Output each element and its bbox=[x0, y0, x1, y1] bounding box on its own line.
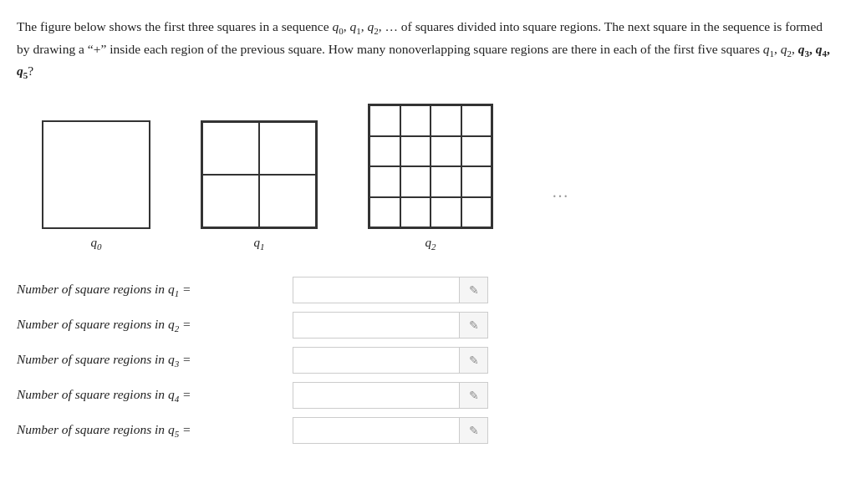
figure-q2: q2 bbox=[368, 104, 493, 252]
square-q0-diagram bbox=[42, 120, 150, 229]
figure-q0: q0 bbox=[42, 120, 150, 252]
q2-cell bbox=[400, 136, 431, 167]
q2-cell bbox=[461, 197, 492, 228]
figure-q1-label: q1 bbox=[254, 236, 265, 252]
pencil-button-q3[interactable]: ✎ bbox=[460, 347, 488, 374]
q2-cell bbox=[400, 197, 431, 228]
pencil-button-q1[interactable]: ✎ bbox=[460, 277, 488, 303]
q2-cell bbox=[431, 166, 461, 197]
pencil-button-q2[interactable]: ✎ bbox=[460, 312, 488, 339]
q1-cell bbox=[259, 122, 316, 175]
continuation-dots: … bbox=[543, 182, 568, 252]
pencil-icon-q2: ✎ bbox=[469, 318, 479, 332]
q2-cell bbox=[461, 136, 492, 167]
q2-cell bbox=[369, 105, 400, 136]
figure-q1: q1 bbox=[201, 120, 318, 252]
q1-cell bbox=[202, 122, 259, 175]
q1-cell bbox=[259, 175, 316, 227]
pencil-icon-q5: ✎ bbox=[469, 424, 479, 437]
input-row-q4: Number of square regions in q4 = ✎ bbox=[17, 382, 831, 409]
input-label-q1: Number of square regions in q1 = bbox=[17, 282, 293, 298]
input-row-q3: Number of square regions in q3 = ✎ bbox=[17, 347, 831, 374]
figure-q0-label: q0 bbox=[91, 236, 102, 252]
input-label-q3: Number of square regions in q3 = bbox=[17, 352, 293, 369]
pencil-icon-q4: ✎ bbox=[469, 389, 479, 402]
pencil-button-q4[interactable]: ✎ bbox=[460, 382, 488, 409]
q2-cell bbox=[431, 136, 461, 167]
q2-cell bbox=[400, 105, 431, 136]
pencil-icon-q3: ✎ bbox=[469, 354, 479, 367]
q2-cell bbox=[461, 166, 492, 197]
answer-input-q2[interactable] bbox=[293, 312, 460, 339]
answer-input-q4[interactable] bbox=[293, 382, 460, 409]
figures-row: q0 q1 bbox=[42, 104, 831, 252]
q2-cell bbox=[431, 197, 461, 228]
input-row-q5: Number of square regions in q5 = ✎ bbox=[17, 417, 831, 444]
square-q2-diagram bbox=[368, 104, 493, 229]
input-label-q2: Number of square regions in q2 = bbox=[17, 317, 293, 333]
q2-cell bbox=[431, 105, 461, 136]
input-row-q2: Number of square regions in q2 = ✎ bbox=[17, 312, 831, 339]
q2-cell bbox=[369, 197, 400, 228]
q2-cell bbox=[369, 136, 400, 167]
input-label-q4: Number of square regions in q4 = bbox=[17, 387, 293, 404]
input-row-q1: Number of square regions in q1 = ✎ bbox=[17, 277, 831, 303]
input-section: Number of square regions in q1 = ✎ Numbe… bbox=[17, 277, 831, 444]
answer-input-q1[interactable] bbox=[293, 277, 460, 303]
answer-input-q5[interactable] bbox=[293, 417, 460, 444]
q2-cell bbox=[461, 105, 492, 136]
q2-cell bbox=[400, 166, 431, 197]
answer-input-q3[interactable] bbox=[293, 347, 460, 374]
pencil-button-q5[interactable]: ✎ bbox=[460, 417, 488, 444]
pencil-icon-q1: ✎ bbox=[469, 283, 479, 297]
figure-q2-label: q2 bbox=[425, 236, 436, 252]
q2-cell bbox=[369, 166, 400, 197]
square-q1-diagram bbox=[201, 120, 318, 229]
input-label-q5: Number of square regions in q5 = bbox=[17, 422, 293, 439]
problem-text: The figure below shows the first three s… bbox=[17, 17, 831, 84]
q1-cell bbox=[202, 175, 259, 227]
